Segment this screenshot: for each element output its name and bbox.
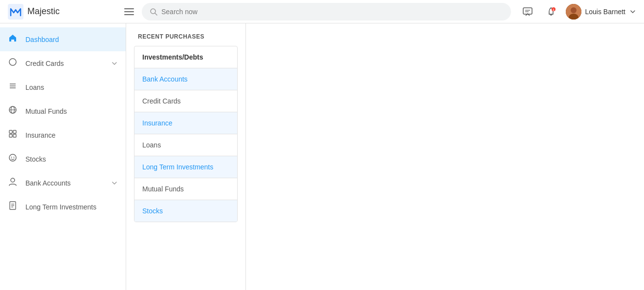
card-item-mutual-funds-label: Mutual Funds [142,185,184,193]
card-item-credit-cards-label: Credit Cards [142,97,181,105]
user-name-label: Louis Barnett [585,8,626,16]
search-icon [150,8,157,16]
sidebar-item-loans[interactable]: Loans [0,75,126,99]
sidebar-item-long-term-investments-label: Long Term Investments [25,203,118,211]
list-icon [8,81,18,93]
logo-area: Majestic [8,4,134,20]
card-item-bank-accounts[interactable]: Bank Accounts [134,68,237,90]
svg-rect-21 [9,130,12,133]
right-content [246,23,644,290]
sidebar-item-insurance[interactable]: Insurance [0,123,126,147]
app-header: Majestic [0,0,644,23]
card-item-mutual-funds[interactable]: Mutual Funds [134,178,237,200]
sidebar-item-credit-cards-label: Credit Cards [25,60,103,67]
sidebar: Dashboard Credit Cards Lo [0,23,126,290]
menu-icon[interactable] [124,7,134,17]
card-item-stocks[interactable]: Stocks [134,200,237,222]
chevron-down-icon [111,180,118,186]
sidebar-item-stocks-label: Stocks [25,155,118,163]
sidebar-item-bank-accounts[interactable]: Bank Accounts [0,171,126,195]
svg-point-14 [9,59,16,65]
sidebar-item-long-term-investments[interactable]: Long Term Investments [0,195,126,219]
card-item-insurance-label: Insurance [142,119,172,127]
svg-rect-2 [124,11,134,12]
main-layout: Dashboard Credit Cards Lo [0,23,644,290]
sidebar-item-mutual-funds-label: Mutual Funds [25,107,118,115]
card-item-loans-label: Loans [142,141,161,149]
content-area: RECENT PURCHASES Investments/Debts Bank … [126,23,246,290]
svg-rect-3 [124,14,134,15]
sidebar-item-dashboard-label: Dashboard [25,36,118,43]
home-icon [8,33,18,45]
sidebar-item-bank-accounts-label: Bank Accounts [25,179,103,187]
investments-card: Investments/Debts Bank Accounts Credit C… [134,46,238,222]
person-icon [8,177,18,189]
sidebar-item-insurance-label: Insurance [25,131,118,139]
card-header: Investments/Debts [134,46,237,68]
sidebar-item-credit-cards[interactable]: Credit Cards [0,51,126,75]
card-item-long-term-investments[interactable]: Long Term Investments [134,156,237,178]
logo-icon [8,4,23,20]
header-actions: 1 Louis Barnett [519,3,637,21]
search-bar[interactable] [142,3,511,21]
svg-point-28 [11,178,15,182]
notification-button[interactable]: 1 [542,3,560,21]
card-item-stocks-label: Stocks [142,207,163,215]
svg-point-27 [14,157,15,158]
svg-rect-22 [13,130,16,133]
svg-rect-24 [13,134,16,137]
card-item-bank-accounts-label: Bank Accounts [142,75,188,83]
svg-point-25 [9,154,16,161]
chevron-down-icon [629,8,636,15]
chevron-down-icon [111,60,118,67]
document-icon [8,201,18,213]
svg-point-12 [571,7,577,13]
sidebar-item-dashboard[interactable]: Dashboard [0,27,126,51]
logo-text: Majestic [27,6,60,17]
smiley-icon [8,153,18,165]
search-input[interactable] [161,8,503,16]
card-item-loans[interactable]: Loans [134,134,237,156]
circle-icon [8,57,18,69]
svg-line-5 [155,13,157,15]
svg-point-26 [11,157,12,158]
svg-rect-1 [124,8,134,9]
user-area[interactable]: Louis Barnett [566,4,637,20]
grid-icon [8,129,18,141]
card-item-insurance[interactable]: Insurance [134,112,237,134]
sidebar-item-stocks[interactable]: Stocks [0,147,126,171]
bell-icon: 1 [546,6,556,17]
chat-icon [522,6,533,17]
globe-icon [8,105,18,117]
svg-rect-23 [9,134,12,137]
card-item-credit-cards[interactable]: Credit Cards [134,90,237,112]
sidebar-item-loans-label: Loans [25,83,118,91]
chat-button[interactable] [519,3,536,21]
section-title: RECENT PURCHASES [126,23,245,46]
sidebar-item-mutual-funds[interactable]: Mutual Funds [0,99,126,123]
card-item-long-term-investments-label: Long Term Investments [142,163,213,171]
avatar [566,4,581,20]
